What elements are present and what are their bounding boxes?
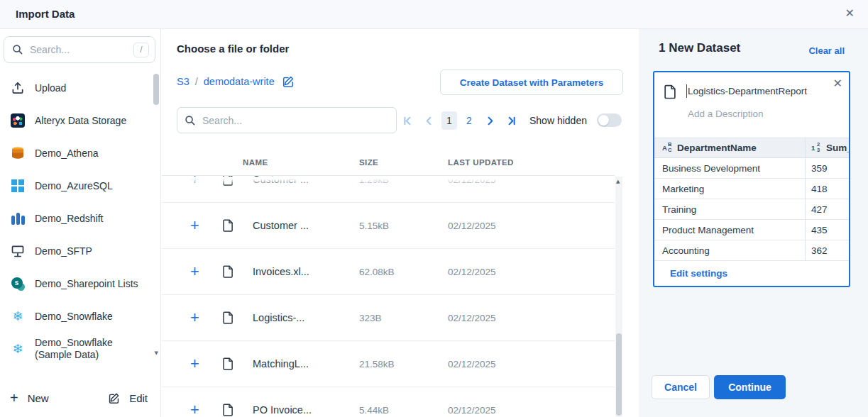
sidebar-search-box[interactable]: / xyxy=(4,36,155,63)
file-row[interactable]: + PO Invoice... 5.44kB 02/12/2025 xyxy=(162,387,615,417)
preview-row: Marketing 418 xyxy=(654,179,849,199)
breadcrumb-root[interactable]: S3 xyxy=(177,76,189,87)
sidebar-scrollbar-thumb[interactable] xyxy=(153,74,159,105)
file-icon xyxy=(223,219,234,233)
add-file-icon[interactable]: + xyxy=(190,401,199,417)
last-page-icon[interactable] xyxy=(502,112,520,129)
redshift-icon xyxy=(10,211,26,226)
add-file-icon[interactable]: + xyxy=(190,216,199,235)
preview-row: Business Development 359 xyxy=(654,158,849,179)
string-type-icon: ABC xyxy=(662,143,674,153)
first-page-icon xyxy=(399,112,416,129)
alteryx-icon xyxy=(10,113,26,128)
sidebar-scroll-down-icon[interactable]: ▼ xyxy=(155,350,158,356)
search-icon xyxy=(12,44,23,55)
preview-row: Training 427 xyxy=(654,199,849,220)
column-header-size: SIZE xyxy=(359,158,378,167)
sidebar-item-alteryx-data-storage[interactable]: Alteryx Data Storage xyxy=(0,104,156,137)
dataset-name-input[interactable] xyxy=(688,82,824,100)
file-table-body: + Customer ... 1.29kB 02/12/2025 + Custo… xyxy=(162,176,615,417)
close-icon[interactable]: ✕ xyxy=(845,6,855,20)
dataset-card: ✕ Add a Description ABC DepartmentName 1… xyxy=(653,71,850,287)
table-scroll-up-icon[interactable]: ▲ xyxy=(616,179,620,184)
preview-header-row: ABC DepartmentName 123 Sum_Qua xyxy=(654,138,849,158)
file-icon xyxy=(223,357,234,371)
breadcrumb: S3 / demodata-write xyxy=(177,75,295,88)
pagination: 1 2 xyxy=(399,110,520,131)
file-icon xyxy=(664,84,676,99)
cancel-button[interactable]: Cancel xyxy=(652,375,710,399)
new-dataset-panel: 1 New Dataset Clear all ✕ Add a Descript… xyxy=(639,29,868,417)
preview-column-departmentname: ABC DepartmentName xyxy=(654,138,806,157)
file-icon xyxy=(223,265,234,279)
file-row[interactable]: + Invoices.xl... 62.08kB 02/12/2025 xyxy=(162,249,615,295)
table-scrollbar-thumb[interactable] xyxy=(616,333,622,416)
toggle-knob xyxy=(598,115,609,126)
create-dataset-with-parameters-button[interactable]: Create Dataset with Parameters xyxy=(440,70,623,95)
connections-sidebar: / Upload Alteryx Data Storage Demo_ xyxy=(0,29,161,417)
previous-page-icon xyxy=(420,112,437,129)
sharepoint-icon: s xyxy=(10,276,26,291)
page-number-2[interactable]: 2 xyxy=(461,111,477,130)
add-file-icon[interactable]: + xyxy=(190,176,199,189)
show-hidden-label: Show hidden xyxy=(529,115,587,126)
file-icon xyxy=(223,404,234,417)
dialog-title: Import Data xyxy=(16,8,75,20)
file-row[interactable]: + Logistics-... 323B 02/12/2025 xyxy=(162,295,615,341)
sftp-icon xyxy=(10,243,26,259)
column-header-name: NAME xyxy=(243,158,268,167)
dialog-titlebar: Import Data ✕ xyxy=(0,0,868,29)
edit-connections-button[interactable]: Edit xyxy=(108,392,148,404)
show-hidden-toggle[interactable] xyxy=(597,113,622,127)
athena-icon xyxy=(10,145,26,161)
search-icon xyxy=(185,115,196,126)
edit-path-icon[interactable] xyxy=(282,75,295,88)
upload-icon xyxy=(10,80,26,96)
azure-icon xyxy=(10,178,26,194)
number-type-icon: 123 xyxy=(811,143,823,153)
preview-row: Product Management 435 xyxy=(654,220,849,240)
sidebar-search-input[interactable] xyxy=(30,44,133,55)
add-file-icon[interactable]: + xyxy=(190,355,199,373)
new-connection-button[interactable]: + New xyxy=(10,391,49,404)
page-title: Choose a file or folder xyxy=(177,43,289,55)
connection-list: Upload Alteryx Data Storage Demo_Athena … xyxy=(0,72,156,365)
add-file-icon[interactable]: + xyxy=(190,262,199,281)
file-table-header: NAME SIZE LAST UPDATED xyxy=(162,149,615,176)
sidebar-item-demo-snowflake-sample-data[interactable]: ❄ Demo_Snowflake (Sample Data) xyxy=(0,333,156,365)
sidebar-item-demo-redshift[interactable]: Demo_Redshift xyxy=(0,202,156,235)
sidebar-item-upload[interactable]: Upload xyxy=(0,72,156,104)
file-search-input[interactable] xyxy=(202,115,389,126)
remove-dataset-icon[interactable]: ✕ xyxy=(833,77,842,90)
file-browser: Choose a file or folder S3 / demodata-wr… xyxy=(162,29,639,417)
dataset-preview-table: ABC DepartmentName 123 Sum_Qua Business … xyxy=(654,138,849,261)
edit-settings-link[interactable]: Edit settings xyxy=(670,268,727,279)
sidebar-footer: + New Edit xyxy=(0,384,160,417)
file-row[interactable]: + Customer ... 5.15kB 02/12/2025 xyxy=(162,203,615,249)
file-row[interactable]: + Customer ... 1.29kB 02/12/2025 xyxy=(162,176,615,203)
sidebar-item-demo-sharepoint-lists[interactable]: s Demo_Sharepoint Lists xyxy=(0,267,156,300)
sidebar-item-demo-sftp[interactable]: Demo_SFTP xyxy=(0,235,156,267)
continue-button[interactable]: Continue xyxy=(714,375,786,399)
next-page-icon[interactable] xyxy=(481,112,498,129)
dataset-description-placeholder[interactable]: Add a Description xyxy=(688,109,764,119)
sidebar-item-demo-snowflake[interactable]: ❄ Demo_Snowflake xyxy=(0,300,156,333)
plus-icon: + xyxy=(10,391,18,404)
column-header-last-updated: LAST UPDATED xyxy=(448,158,514,167)
add-file-icon[interactable]: + xyxy=(190,308,199,327)
file-icon xyxy=(223,311,234,325)
breadcrumb-current[interactable]: demodata-write xyxy=(204,76,275,87)
file-row[interactable]: + MatchingL... 21.58kB 02/12/2025 xyxy=(162,341,615,387)
sidebar-item-demo-azuresql[interactable]: Demo_AzureSQL xyxy=(0,169,156,202)
file-search-box[interactable] xyxy=(177,107,397,133)
page-number-1[interactable]: 1 xyxy=(441,111,457,130)
breadcrumb-separator: / xyxy=(195,76,198,87)
keyboard-shortcut-badge: / xyxy=(133,43,149,57)
text-caret xyxy=(686,84,687,98)
preview-column-sum-quantity: 123 Sum_Qua xyxy=(806,138,849,157)
snowflake-icon: ❄ xyxy=(10,341,26,357)
snowflake-icon: ❄ xyxy=(10,308,26,324)
sidebar-item-demo-athena[interactable]: Demo_Athena xyxy=(0,137,156,169)
preview-row: Accounting 362 xyxy=(654,240,849,261)
clear-all-link[interactable]: Clear all xyxy=(808,45,845,56)
